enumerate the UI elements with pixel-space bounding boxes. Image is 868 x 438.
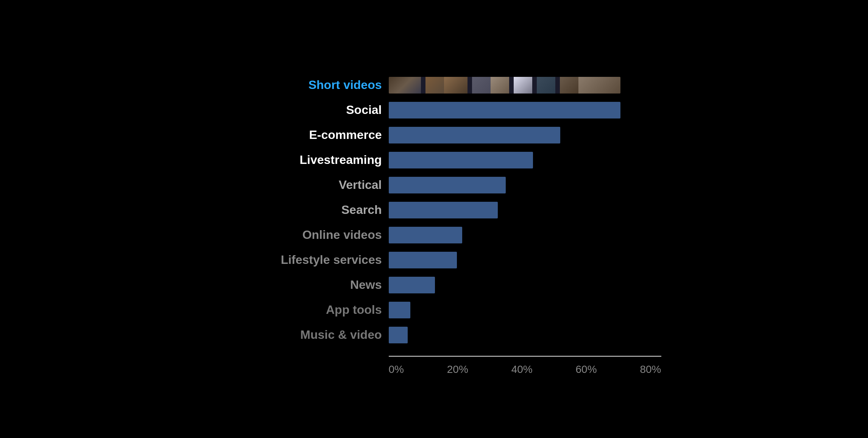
bar-label-social: Social: [207, 103, 389, 117]
chart-row: Short videos: [207, 74, 661, 96]
chart-row: Vertical: [207, 174, 661, 196]
chart-row: Search: [207, 199, 661, 221]
bar-area-short-videos: [389, 74, 661, 96]
x-label-80: 80%: [640, 363, 661, 376]
bar-lifestyle-services: [389, 252, 457, 268]
bar-vertical: [389, 177, 506, 193]
bar-area-music-video: [389, 324, 661, 346]
chart-row: Online videos: [207, 224, 661, 246]
chart-row: Lifestyle services: [207, 249, 661, 271]
bar-label-search: Search: [207, 203, 389, 217]
bar-label-online-videos: Online videos: [207, 228, 389, 242]
chart-container: Short videos Social: [207, 51, 661, 387]
chart-row: E-commerce: [207, 124, 661, 146]
bar-search: [389, 202, 498, 218]
bar-label-livestreaming: Livestreaming: [207, 153, 389, 167]
bar-news: [389, 277, 435, 293]
x-label-60: 60%: [576, 363, 597, 376]
bar-online-videos: [389, 227, 462, 243]
bar-area-news: [389, 274, 661, 296]
bar-music-video: [389, 327, 408, 343]
bar-area-app-tools: [389, 299, 661, 321]
x-label-20: 20%: [447, 363, 468, 376]
bar-label-vertical: Vertical: [207, 178, 389, 192]
chart-row: App tools: [207, 299, 661, 321]
x-label-0: 0%: [389, 363, 404, 376]
bar-label-news: News: [207, 278, 389, 292]
bar-area-lifestyle-services: [389, 249, 661, 271]
bar-social: [389, 102, 620, 118]
bar-livestreaming: [389, 152, 533, 168]
bar-label-ecommerce: E-commerce: [207, 128, 389, 142]
bar-area-search: [389, 199, 661, 221]
bar-area-ecommerce: [389, 124, 661, 146]
chart-row: News: [207, 274, 661, 296]
chart-row: Livestreaming: [207, 149, 661, 171]
x-label-40: 40%: [511, 363, 533, 376]
chart-row: Social: [207, 99, 661, 121]
bar-label-music-video: Music & video: [207, 328, 389, 342]
bar-area-social: [389, 99, 661, 121]
bar-ecommerce: [389, 127, 561, 143]
bar-area-online-videos: [389, 224, 661, 246]
bar-label-short-videos: Short videos: [207, 78, 389, 92]
bar-app-tools: [389, 302, 411, 318]
x-axis-labels: 0% 20% 40% 60% 80%: [389, 363, 661, 376]
chart-row: Music & video: [207, 324, 661, 346]
bar-area-livestreaming: [389, 149, 661, 171]
bar-label-app-tools: App tools: [207, 303, 389, 317]
bar-short-videos: [389, 77, 620, 94]
bar-label-lifestyle-services: Lifestyle services: [207, 253, 389, 267]
bar-area-vertical: [389, 174, 661, 196]
x-axis-line: [389, 356, 661, 357]
